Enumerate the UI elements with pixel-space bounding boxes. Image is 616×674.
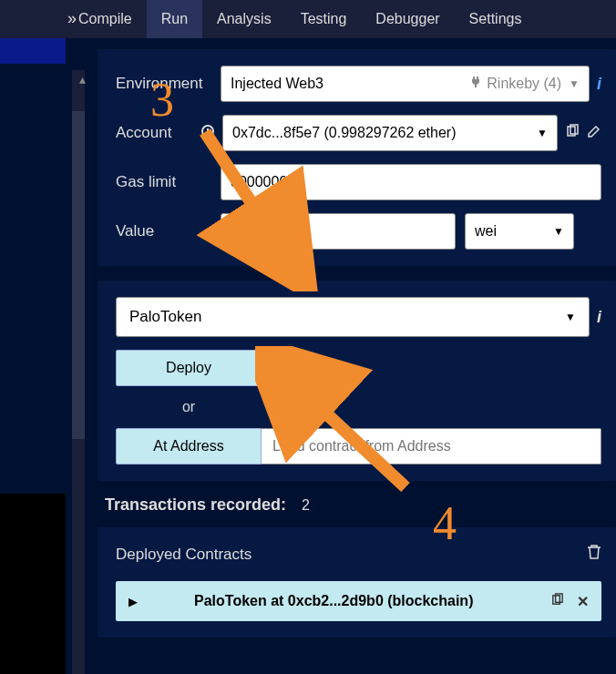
- edit-account-icon[interactable]: [587, 124, 601, 142]
- copy-icon[interactable]: [550, 593, 564, 610]
- deployed-contracts-header: Deployed Contracts: [116, 546, 252, 564]
- scroll-up-icon[interactable]: ▴: [79, 72, 86, 87]
- tab-analysis[interactable]: Analysis: [202, 0, 286, 38]
- contract-select[interactable]: PaloToken ▼: [116, 297, 590, 337]
- contract-name: PaloToken: [129, 308, 201, 326]
- at-address-button[interactable]: At Address: [116, 428, 262, 465]
- value-unit-select[interactable]: wei ▼: [465, 213, 574, 250]
- environment-value: Injected Web3: [231, 76, 323, 92]
- chevron-down-icon: ▼: [537, 127, 548, 139]
- info-icon[interactable]: i: [597, 308, 601, 327]
- refresh-account-icon[interactable]: [200, 124, 215, 142]
- tab-run[interactable]: Run: [147, 0, 202, 38]
- gaslimit-label: Gas limit: [116, 173, 221, 191]
- copy-account-icon[interactable]: [565, 124, 580, 142]
- close-icon[interactable]: ✕: [577, 593, 589, 610]
- environment-select[interactable]: Injected Web3 Rinkeby (4) ▼: [221, 66, 590, 102]
- value-label: Value: [116, 222, 221, 240]
- account-select[interactable]: 0x7dc...8f5e7 (0.998297262 ether) ▼: [222, 115, 558, 151]
- account-value: 0x7dc...8f5e7 (0.998297262 ether): [232, 125, 457, 141]
- sidebar-accent: [0, 38, 66, 64]
- environment-label: Environment: [116, 75, 221, 93]
- tab-testing[interactable]: Testing: [286, 0, 362, 38]
- environment-section: Environment Injected Web3 Rinkeby (4) ▼ …: [98, 49, 616, 266]
- tx-recorded-label: Transactions recorded:: [105, 495, 286, 514]
- value-unit: wei: [475, 223, 497, 240]
- chevron-down-icon: ▼: [565, 311, 576, 323]
- deployed-contract-item[interactable]: ▶ PaloToken at 0xcb2...2d9b0 (blockchain…: [116, 581, 601, 621]
- sidebar-lower: [0, 494, 66, 674]
- deploy-section: PaloToken ▼ i Deploy or At Address: [98, 281, 616, 481]
- collapse-icon[interactable]: »: [67, 9, 77, 28]
- gaslimit-input[interactable]: [221, 164, 601, 200]
- network-name: Rinkeby (4): [487, 76, 561, 92]
- left-sidebar: ▴: [0, 38, 87, 674]
- or-text: or: [116, 399, 262, 415]
- scrollbar-thumb[interactable]: [72, 111, 85, 439]
- deployed-contracts-section: Deployed Contracts ▶ PaloToken at 0xcb2.…: [98, 527, 616, 638]
- expand-icon[interactable]: ▶: [128, 595, 138, 608]
- trash-icon[interactable]: [587, 544, 601, 565]
- top-tab-bar: Compile Run Analysis Testing Debugger Se…: [0, 0, 616, 38]
- load-address-input[interactable]: [262, 428, 601, 465]
- tx-recorded-count: 2: [302, 497, 310, 513]
- chevron-down-icon: ▼: [569, 77, 580, 90]
- tab-debugger[interactable]: Debugger: [361, 0, 454, 38]
- deployed-contract-name: PaloToken at 0xcb2...2d9b0 (blockchain): [194, 593, 538, 609]
- transactions-recorded: Transactions recorded: 2: [105, 495, 616, 515]
- info-icon[interactable]: i: [597, 75, 601, 94]
- deploy-button[interactable]: Deploy: [116, 350, 262, 386]
- chevron-down-icon: ▼: [553, 225, 564, 238]
- tab-settings[interactable]: Settings: [455, 0, 537, 38]
- value-input[interactable]: [221, 213, 456, 250]
- run-panel: Environment Injected Web3 Rinkeby (4) ▼ …: [87, 38, 616, 674]
- plug-icon: [468, 75, 483, 93]
